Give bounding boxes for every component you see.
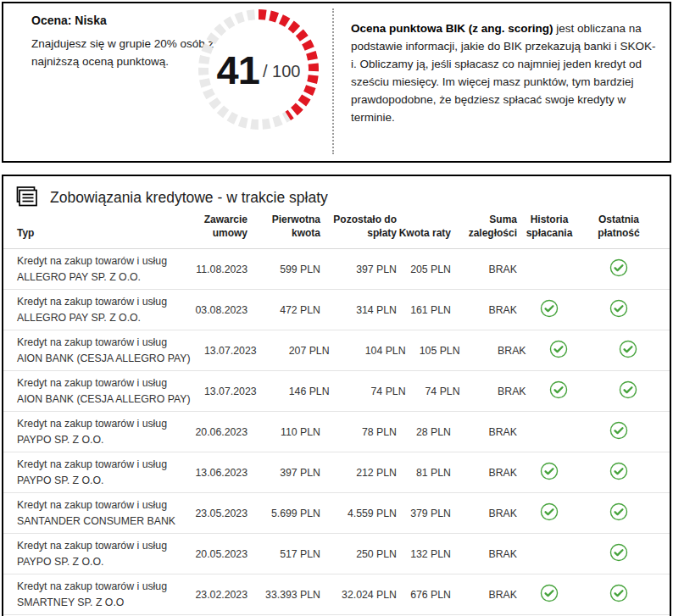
row-installment-amount: 379 PLN: [397, 508, 451, 519]
col-header-pierwotna-kwota: Pierwotna kwota: [248, 213, 320, 240]
row-lender: SANTANDER CONSUMER BANK: [17, 513, 181, 529]
row-original-amount: 146 PLN: [257, 386, 330, 397]
row-signed-date: 03.08.2023: [181, 304, 248, 316]
row-original-amount: 110 PLN: [248, 426, 320, 438]
row-lender: SMARTNEY SP. Z O.O: [17, 595, 181, 610]
row-arrears: BRAK: [451, 548, 517, 560]
row-original-amount: 33.393 PLN: [248, 589, 320, 601]
row-lender: AION BANK (CESJA ALLEGRO PAY): [17, 391, 191, 407]
last-payment-ok-icon: [609, 421, 628, 440]
score-info-text: jest obliczana na podstawie informacji, …: [351, 22, 655, 124]
section-title: Zobowiązania kredytowe - w trakcie spłat…: [50, 189, 328, 207]
score-summary: Ocena: Niska Znajdujesz się w grupie 20%…: [3, 3, 332, 161]
row-installment-amount: 132 PLN: [397, 548, 451, 560]
row-lender: AION BANK (CESJA ALLEGRO PAY): [17, 351, 191, 366]
row-arrears: BRAK: [460, 345, 526, 357]
row-credit-type: Kredyt na zakup towarów i usług: [17, 416, 181, 431]
last-payment-ok-icon: [619, 340, 637, 358]
rating-label: Ocena: Niska: [31, 14, 107, 27]
table-header-row: Typ Zawarcie umowy Pierwotna kwota Pozos…: [3, 211, 670, 249]
score-panel: Ocena: Niska Znajdujesz się w grupie 20%…: [2, 2, 671, 163]
last-payment-ok-icon: [609, 258, 628, 277]
row-remaining-amount: 32.024 PLN: [320, 589, 397, 601]
table-row: Kredyt na zakup towarów i usług SANTANDE…: [3, 493, 670, 534]
row-credit-type: Kredyt na zakup towarów i usług: [17, 294, 181, 309]
col-header-typ: Typ: [17, 226, 181, 240]
last-payment-ok-icon: [609, 502, 628, 521]
row-signed-date: 13.07.2023: [191, 345, 257, 357]
history-ok-icon: [549, 340, 568, 358]
row-remaining-amount: 397 PLN: [320, 264, 397, 275]
table-row: Kredyt na zakup towarów i usług AION BAN…: [3, 371, 670, 412]
row-remaining-amount: 74 PLN: [330, 386, 406, 397]
row-credit-type: Kredyt na zakup towarów i usług: [17, 375, 191, 391]
row-signed-date: 20.05.2023: [181, 548, 248, 560]
history-ok-icon: [540, 502, 559, 521]
row-lender: ALLEGRO PAY SP. Z O.O.: [17, 310, 181, 325]
row-lender: ALLEGRO PAY SP. Z O.O.: [17, 269, 181, 285]
score-max: / 100: [263, 62, 300, 81]
col-header-ostatnia-platnosc: Ostatnia płatność: [581, 213, 656, 240]
table-row: Kredyt na zakup towarów i usług PAYPO SP…: [3, 452, 670, 493]
row-original-amount: 5.699 PLN: [248, 508, 320, 519]
row-arrears: BRAK: [460, 386, 526, 397]
col-header-suma-zaleglosci: Suma zaległości: [451, 213, 517, 240]
row-lender: PAYPO SP. Z O.O.: [17, 432, 181, 447]
dotted-divider: [332, 8, 334, 154]
score-info-paragraph: Ocena punktowa BIK (z ang. scoring) jest…: [332, 3, 670, 161]
last-payment-ok-icon: [609, 462, 628, 480]
score-gauge: 41 / 100: [195, 6, 322, 133]
last-payment-ok-icon: [609, 299, 628, 318]
table-row: Kredyt na zakup towarów i usług AION BAN…: [3, 330, 670, 371]
row-installment-amount: 28 PLN: [397, 426, 451, 438]
score-info-lead: Ocena punktowa BIK (z ang. scoring): [351, 22, 553, 35]
table-row: Kredyt na zakup towarów i usług PAYPO SP…: [3, 412, 670, 452]
score-value: 41: [217, 50, 259, 90]
row-original-amount: 472 PLN: [248, 304, 320, 316]
row-original-amount: 517 PLN: [248, 548, 320, 560]
row-arrears: BRAK: [451, 589, 517, 601]
row-original-amount: 599 PLN: [248, 264, 320, 275]
row-installment-amount: 676 PLN: [397, 589, 451, 601]
row-remaining-amount: 250 PLN: [320, 548, 397, 560]
document-list-icon: [14, 186, 39, 209]
row-arrears: BRAK: [451, 467, 517, 479]
row-original-amount: 207 PLN: [257, 345, 330, 357]
last-payment-ok-icon: [609, 543, 628, 562]
row-original-amount: 397 PLN: [248, 467, 320, 479]
row-credit-type: Kredyt na zakup towarów i usług: [17, 538, 181, 553]
row-credit-type: Kredyt na zakup towarów i usług: [17, 335, 191, 350]
row-credit-type: Kredyt na zakup towarów i usług: [17, 497, 181, 513]
table-row: Kredyt na zakup towarów i usług SMARTNEY…: [3, 574, 670, 615]
row-remaining-amount: 4.559 PLN: [320, 508, 397, 519]
last-payment-ok-icon: [619, 380, 637, 399]
row-arrears: BRAK: [451, 426, 517, 438]
row-remaining-amount: 212 PLN: [320, 467, 397, 479]
row-credit-type: Kredyt na zakup towarów i usług: [17, 253, 181, 269]
col-header-historia-splacania: Historia spłacania: [517, 213, 581, 240]
history-ok-icon: [540, 462, 559, 480]
row-signed-date: 11.08.2023: [181, 264, 248, 275]
row-remaining-amount: 104 PLN: [330, 345, 406, 357]
col-header-pozostalo-do-splaty: Pozostało do spłaty: [320, 213, 397, 240]
row-lender: PAYPO SP. Z O.O.: [17, 473, 181, 488]
history-ok-icon: [540, 584, 559, 602]
row-installment-amount: 74 PLN: [406, 386, 460, 397]
row-arrears: BRAK: [451, 304, 517, 316]
table-row: Kredyt na zakup towarów i usług ALLEGRO …: [3, 249, 670, 290]
history-ok-icon: [540, 299, 559, 318]
row-lender: PAYPO SP. Z O.O.: [17, 554, 181, 569]
table-body: Kredyt na zakup towarów i usług ALLEGRO …: [3, 249, 670, 615]
row-installment-amount: 205 PLN: [397, 264, 451, 275]
row-arrears: BRAK: [451, 264, 517, 275]
row-remaining-amount: 314 PLN: [320, 304, 397, 316]
row-installment-amount: 105 PLN: [406, 345, 460, 357]
row-signed-date: 23.02.2023: [181, 589, 248, 601]
row-signed-date: 13.07.2023: [191, 386, 257, 397]
credit-obligations-panel: Zobowiązania kredytowe - w trakcie spłat…: [2, 175, 671, 616]
table-row: Kredyt na zakup towarów i usług PAYPO SP…: [3, 534, 670, 574]
row-installment-amount: 161 PLN: [397, 304, 451, 316]
row-arrears: BRAK: [451, 508, 517, 519]
row-installment-amount: 81 PLN: [397, 467, 451, 479]
row-signed-date: 20.06.2023: [181, 426, 248, 438]
